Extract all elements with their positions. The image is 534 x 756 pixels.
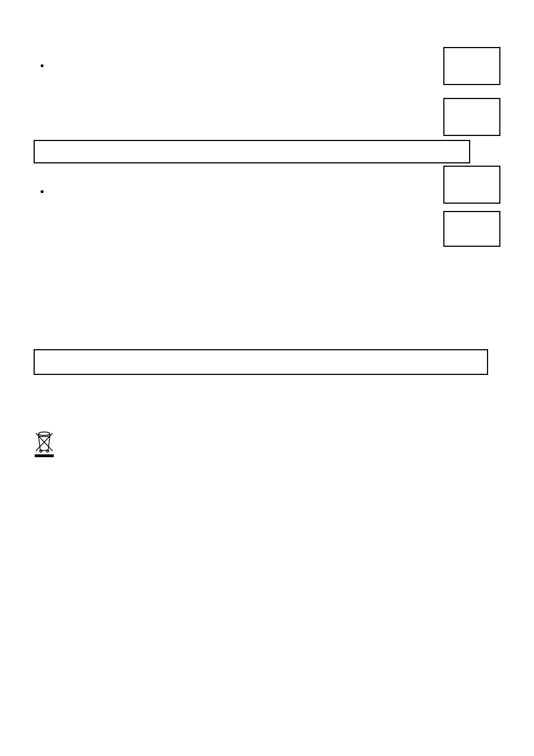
figure-box — [443, 166, 500, 204]
bullet-section-2 — [34, 177, 403, 187]
weee-bin-icon — [31, 431, 57, 458]
title-box — [34, 349, 488, 375]
svg-point-0 — [39, 432, 50, 435]
svg-point-1 — [40, 450, 42, 452]
svg-point-2 — [46, 450, 49, 452]
figure-box — [443, 211, 500, 247]
svg-rect-5 — [35, 454, 54, 457]
title-box — [34, 140, 470, 163]
figure-box — [443, 47, 500, 85]
document-page — [0, 0, 534, 84]
figure-box — [443, 98, 500, 136]
